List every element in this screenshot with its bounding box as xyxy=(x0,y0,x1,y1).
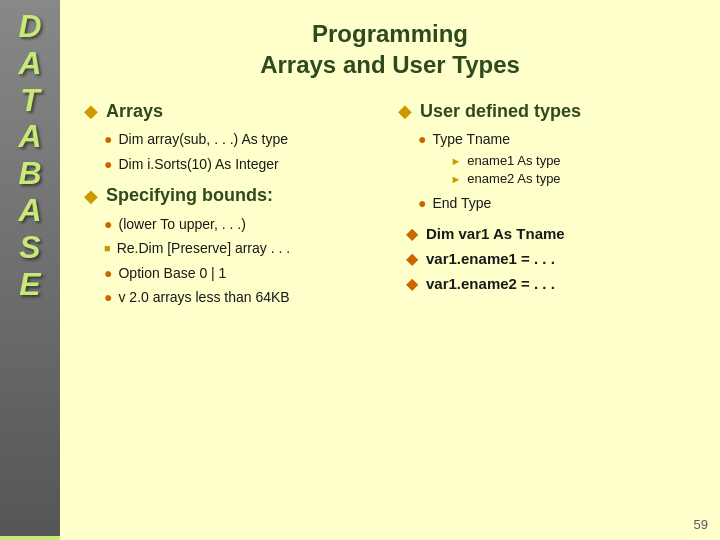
title-line1: Programming xyxy=(312,20,468,47)
sub-item-1: ename1 As type xyxy=(467,153,560,168)
sidebar-letter-d: D xyxy=(18,8,41,45)
sidebar-line xyxy=(0,536,60,540)
sidebar: D A T A B A S E xyxy=(0,0,60,540)
dim-item-3-row: ◆ var1.ename2 = . . . xyxy=(406,274,696,293)
orange-diamond-icon: ◆ xyxy=(406,274,418,293)
bullet-circle-icon: ● xyxy=(418,131,426,147)
sidebar-letter-t: T xyxy=(20,82,40,119)
list-item: ● (lower To upper, . . .) xyxy=(104,215,382,235)
list-item: ● v 2.0 arrays less than 64KB xyxy=(104,288,382,308)
specifying-diamond-icon: ◆ xyxy=(84,185,98,207)
bullet-circle-icon: ● xyxy=(104,131,112,147)
user-types-bullet-list: ● Type Tname ► ename1 As type ► ename2 A… xyxy=(418,130,696,213)
list-item: ► ename2 As type xyxy=(450,171,560,186)
spec-item-1: (lower To upper, . . .) xyxy=(118,215,245,235)
bullet-circle-icon: ● xyxy=(104,216,112,232)
arrays-bullet-list: ● Dim array(sub, . . .) As type ● Dim i.… xyxy=(104,130,382,174)
arrays-diamond-icon: ◆ xyxy=(84,100,98,122)
user-type-item-2: End Type xyxy=(432,194,491,214)
sidebar-letter-b: B xyxy=(18,155,41,192)
sidebar-letter-a3: A xyxy=(18,192,41,229)
specifying-section-header: ◆ Specifying bounds: xyxy=(84,185,382,207)
dim-items-section: ◆ Dim var1 As Tname ◆ var1.ename1 = . . … xyxy=(406,224,696,293)
sidebar-letter-a1: A xyxy=(18,45,41,82)
sub-bullet-list: ► ename1 As type ► ename2 As type xyxy=(450,153,560,186)
bullet-circle-icon: ● xyxy=(418,195,426,211)
user-types-title: User defined types xyxy=(420,101,581,122)
sub-item-2: ename2 As type xyxy=(467,171,560,186)
arrays-title: Arrays xyxy=(106,101,163,122)
page-number: 59 xyxy=(694,517,708,532)
dim-item-2-row: ◆ var1.ename1 = . . . xyxy=(406,249,696,268)
slide-title: Programming Arrays and User Types xyxy=(84,18,696,80)
spec-item-4: v 2.0 arrays less than 64KB xyxy=(118,288,289,308)
orange-diamond-icon: ◆ xyxy=(406,249,418,268)
bullet-circle-icon: ● xyxy=(104,265,112,281)
title-line2: Arrays and User Types xyxy=(260,51,520,78)
user-types-diamond-icon: ◆ xyxy=(398,100,412,122)
bullet-circle-icon: ● xyxy=(104,289,112,305)
specifying-bullet-list: ● (lower To upper, . . .) ■ Re.Dim [Pres… xyxy=(104,215,382,308)
list-item: ● End Type xyxy=(418,194,696,214)
sub-bullet-v-icon: ► xyxy=(450,155,461,167)
sub-bullet-v-icon: ► xyxy=(450,173,461,185)
arrays-section-header: ◆ Arrays xyxy=(84,100,382,122)
dim-item-3: var1.ename2 = . . . xyxy=(426,275,555,292)
list-item: ● Type Tname ► ename1 As type ► ename2 A… xyxy=(418,130,696,189)
list-item: ● Option Base 0 | 1 xyxy=(104,264,382,284)
sidebar-letter-s: S xyxy=(19,229,40,266)
arrays-item-2: Dim i.Sorts(10) As Integer xyxy=(118,155,278,175)
orange-diamond-icon: ◆ xyxy=(406,224,418,243)
list-item: ● Dim i.Sorts(10) As Integer xyxy=(104,155,382,175)
left-column: ◆ Arrays ● Dim array(sub, . . .) As type… xyxy=(84,100,382,530)
dim-item-1-row: ◆ Dim var1 As Tname xyxy=(406,224,696,243)
list-item: ■ Re.Dim [Preserve] array . . . xyxy=(104,239,382,259)
right-column: ◆ User defined types ● Type Tname ► enam… xyxy=(398,100,696,530)
main-content: Programming Arrays and User Types ◆ Arra… xyxy=(60,0,720,540)
specifying-title: Specifying bounds: xyxy=(106,185,273,206)
arrays-item-1: Dim array(sub, . . .) As type xyxy=(118,130,288,150)
user-type-item-1: Type Tname xyxy=(432,131,510,147)
spec-item-3: Option Base 0 | 1 xyxy=(118,264,226,284)
content-columns: ◆ Arrays ● Dim array(sub, . . .) As type… xyxy=(84,100,696,530)
user-types-section-header: ◆ User defined types xyxy=(398,100,696,122)
sidebar-letter-e: E xyxy=(19,266,40,303)
list-item: ► ename1 As type xyxy=(450,153,560,168)
spec-item-2: Re.Dim [Preserve] array . . . xyxy=(117,239,290,259)
dim-item-2: var1.ename1 = . . . xyxy=(426,250,555,267)
dim-item-1: Dim var1 As Tname xyxy=(426,225,565,242)
bullet-circle-icon: ● xyxy=(104,156,112,172)
sidebar-letter-a2: A xyxy=(18,118,41,155)
bullet-square-icon: ■ xyxy=(104,242,111,254)
list-item: ● Dim array(sub, . . .) As type xyxy=(104,130,382,150)
